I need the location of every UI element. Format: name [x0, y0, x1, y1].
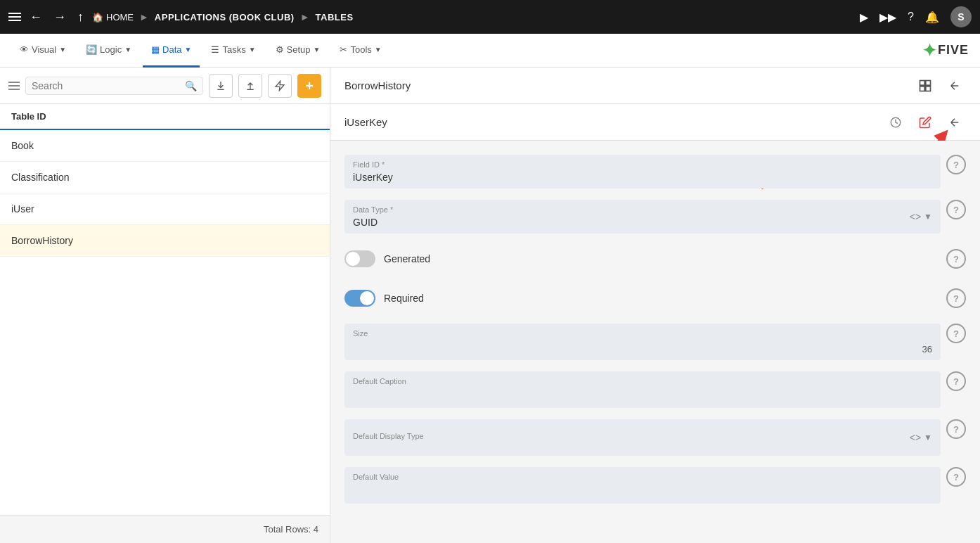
home-icon: 🏠	[92, 12, 103, 23]
sidebar-item-iuser[interactable]: iUser	[0, 193, 330, 225]
field-id-input[interactable]: Field ID * iUserKey	[344, 155, 941, 189]
forward-nav-icon[interactable]: →	[51, 7, 69, 27]
tab-setup-arrow: ▼	[314, 46, 321, 53]
default-caption-help[interactable]: ?	[946, 371, 966, 391]
generated-row: Generated ?	[344, 245, 966, 273]
tab-setup-label: Setup	[287, 44, 311, 55]
generated-toggle[interactable]	[344, 250, 375, 267]
generated-help[interactable]: ?	[946, 249, 966, 269]
breadcrumb-sep-1: ►	[139, 11, 149, 23]
home-nav[interactable]: 🏠 HOME	[92, 12, 134, 23]
field-id-row: Field ID * iUserKey ?	[344, 155, 966, 189]
five-star-icon: ✦	[922, 41, 936, 60]
chevron-down-icon[interactable]: ▼	[924, 212, 932, 222]
default-display-type-row: Default Display Type <> ▼ ?	[344, 419, 966, 456]
sidebar-item-classification[interactable]: Classification	[0, 162, 330, 193]
five-logo-text: ✦ FIVE	[922, 41, 969, 60]
field-header: iUserKey	[330, 104, 980, 141]
back-to-table-button[interactable]	[943, 75, 966, 97]
svg-rect-3	[926, 86, 931, 91]
tab-visual-label: Visual	[32, 44, 56, 55]
default-display-type-label: Default Display Type	[353, 432, 910, 440]
grid-view-button[interactable]	[914, 75, 936, 97]
play-icon[interactable]: ▶	[860, 11, 868, 24]
default-display-type-input[interactable]: Default Display Type <> ▼	[344, 419, 941, 456]
help-icon[interactable]: ?	[908, 11, 914, 23]
setup-icon: ⚙	[276, 44, 284, 55]
sidebar-menu-icon[interactable]	[8, 82, 20, 90]
tab-visual-arrow: ▼	[59, 46, 66, 53]
default-value-row: Default Value ?	[344, 467, 966, 504]
display-chevron-icon[interactable]: ▼	[924, 433, 932, 442]
tab-logic-arrow: ▼	[124, 46, 131, 53]
refresh-icon[interactable]: ▶▶	[879, 11, 896, 24]
lightning-button[interactable]	[268, 74, 292, 98]
tasks-icon: ☰	[211, 44, 219, 55]
code-icon[interactable]: <>	[910, 211, 921, 222]
sidebar-column-header: Table ID	[0, 104, 330, 130]
hamburger-menu[interactable]	[8, 13, 21, 21]
search-container: 🔍	[25, 77, 203, 95]
svg-rect-2	[920, 86, 925, 91]
tab-tasks-label: Tasks	[222, 44, 245, 55]
second-nav: 👁 Visual ▼ 🔄 Logic ▼ ▦ Data ▼ ☰ Tasks ▼ …	[0, 34, 980, 68]
history-button[interactable]	[884, 111, 907, 134]
up-nav-icon[interactable]: ↑	[75, 7, 86, 27]
tab-logic[interactable]: 🔄 Logic ▼	[77, 34, 140, 68]
form-area: Field ID * iUserKey ? Data Type * GUID <…	[330, 141, 980, 543]
user-avatar[interactable]: S	[950, 6, 972, 27]
tab-tools-label: Tools	[350, 44, 371, 55]
size-row: Size 36 ?	[344, 324, 966, 360]
svg-rect-1	[926, 80, 931, 85]
size-input[interactable]: Size 36	[344, 324, 941, 360]
content-area: BorrowHistory iUserKey	[330, 68, 980, 543]
default-caption-label: Default Caption	[353, 377, 932, 385]
add-button[interactable]: +	[297, 74, 321, 98]
tab-tools[interactable]: ✂ Tools ▼	[331, 34, 389, 68]
required-toggle[interactable]	[344, 290, 375, 307]
size-value: 36	[922, 344, 932, 354]
tab-visual[interactable]: 👁 Visual ▼	[11, 34, 75, 68]
eye-icon: 👁	[20, 44, 29, 55]
field-title: iUserKey	[344, 116, 884, 128]
required-help[interactable]: ?	[946, 288, 966, 308]
data-type-help[interactable]: ?	[946, 200, 966, 219]
default-value-help[interactable]: ?	[946, 467, 966, 487]
notification-icon[interactable]: 🔔	[925, 11, 939, 24]
top-nav-left: ← → ↑ 🏠 HOME ► APPLICATIONS (BOOK CLUB) …	[8, 7, 854, 27]
tab-tasks[interactable]: ☰ Tasks ▼	[202, 34, 264, 68]
default-value-input[interactable]: Default Value	[344, 467, 941, 504]
breadcrumb-tables[interactable]: TABLES	[316, 12, 354, 23]
data-type-input[interactable]: Data Type * GUID <> ▼	[344, 200, 941, 234]
tab-data[interactable]: ▦ Data ▼	[143, 34, 200, 68]
tab-data-label: Data	[162, 44, 181, 55]
tab-logic-label: Logic	[100, 44, 122, 55]
data-type-label: Data Type *	[353, 205, 910, 214]
svg-rect-0	[920, 80, 925, 85]
size-help[interactable]: ?	[946, 324, 966, 343]
default-caption-input[interactable]: Default Caption	[344, 371, 941, 408]
table-header: BorrowHistory	[330, 68, 980, 104]
default-display-help[interactable]: ?	[946, 419, 966, 439]
default-display-controls: <> ▼	[910, 432, 932, 443]
search-icon: 🔍	[185, 80, 197, 91]
breadcrumb-app[interactable]: APPLICATIONS (BOOK CLUB)	[155, 12, 295, 23]
download-button[interactable]	[209, 74, 233, 98]
top-nav-right: ▶ ▶▶ ? 🔔 S	[860, 6, 972, 27]
main-layout: 🔍 + Table ID	[0, 68, 980, 543]
default-value-label: Default Value	[353, 473, 932, 481]
tab-setup[interactable]: ⚙ Setup ▼	[267, 34, 329, 68]
back-nav-icon[interactable]: ←	[27, 7, 45, 27]
display-code-icon[interactable]: <>	[910, 432, 921, 443]
sidebar-item-borrowhistory[interactable]: BorrowHistory	[0, 225, 330, 257]
default-caption-row: Default Caption ?	[344, 371, 966, 408]
field-id-help[interactable]: ?	[946, 155, 966, 174]
sidebar-item-book[interactable]: Book	[0, 130, 330, 162]
upload-button[interactable]	[238, 74, 262, 98]
top-nav: ← → ↑ 🏠 HOME ► APPLICATIONS (BOOK CLUB) …	[0, 0, 980, 34]
table-title: BorrowHistory	[344, 79, 914, 91]
tab-tasks-arrow: ▼	[249, 46, 256, 53]
breadcrumb-sep-2: ►	[300, 11, 310, 23]
table-header-actions	[914, 75, 966, 97]
search-input[interactable]	[32, 80, 185, 91]
